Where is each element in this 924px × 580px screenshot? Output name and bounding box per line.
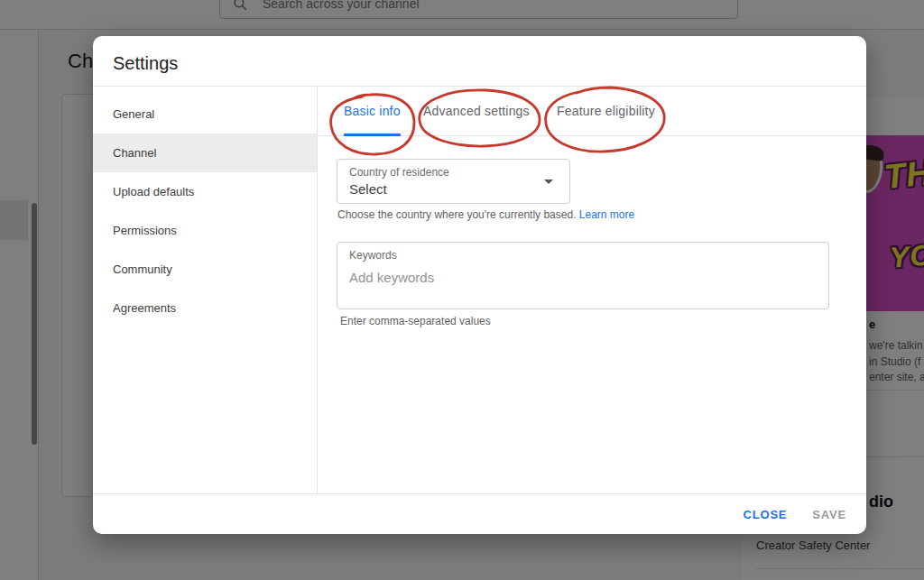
keywords-field[interactable]: Keywords xyxy=(337,242,829,309)
settings-sidebar: General Channel Upload defaults Permissi… xyxy=(93,86,318,493)
tab-advanced-settings[interactable]: Advanced settings xyxy=(423,86,530,136)
settings-dialog: Settings General Channel Upload defaults… xyxy=(93,36,866,534)
keywords-input[interactable] xyxy=(349,270,809,285)
country-select-label: Country of residence xyxy=(349,166,449,179)
sidebar-item-permissions[interactable]: Permissions xyxy=(93,211,317,250)
country-of-residence-select[interactable]: Country of residence Select xyxy=(337,159,570,204)
keywords-helper-text: Enter comma-separated values xyxy=(340,315,491,327)
dialog-title: Settings xyxy=(113,53,178,74)
tab-basic-info[interactable]: Basic info xyxy=(344,86,401,136)
country-select-value: Select xyxy=(349,181,387,197)
tab-feature-eligibility[interactable]: Feature eligibility xyxy=(557,86,655,136)
keywords-label: Keywords xyxy=(349,249,397,262)
learn-more-link[interactable]: Learn more xyxy=(579,208,634,221)
sidebar-item-upload-defaults[interactable]: Upload defaults xyxy=(93,172,317,211)
dropdown-arrow-icon xyxy=(544,180,553,184)
close-button[interactable]: CLOSE xyxy=(744,508,788,521)
dialog-footer: CLOSE SAVE xyxy=(93,493,866,534)
sidebar-item-agreements[interactable]: Agreements xyxy=(93,289,317,327)
country-helper-label: Choose the country where you're currentl… xyxy=(337,208,576,221)
sidebar-item-general[interactable]: General xyxy=(93,95,317,133)
sidebar-item-community[interactable]: Community xyxy=(93,250,317,289)
save-button[interactable]: SAVE xyxy=(812,508,846,521)
channel-settings-tabs: Basic info Advanced settings Feature eli… xyxy=(318,86,866,136)
country-helper-text: Choose the country where you're currentl… xyxy=(337,208,634,221)
sidebar-item-channel[interactable]: Channel xyxy=(93,133,317,172)
